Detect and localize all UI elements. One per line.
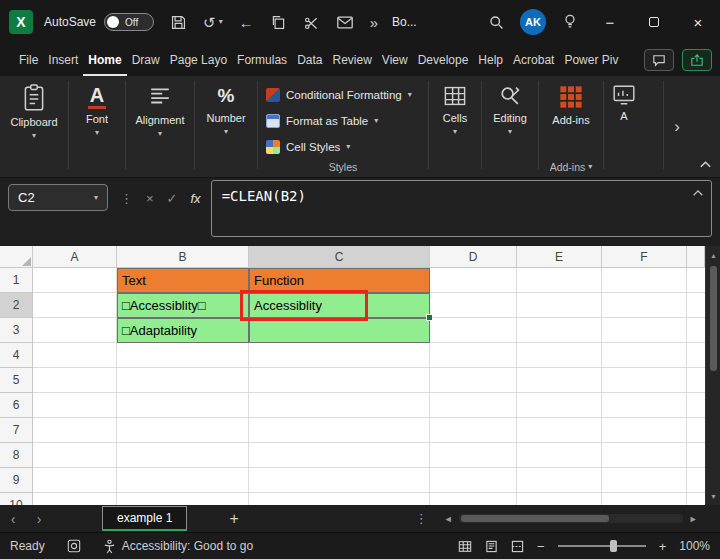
normal-view-button[interactable]: [458, 540, 472, 553]
tab-view[interactable]: View: [377, 44, 413, 76]
horizontal-scrollbar[interactable]: [459, 514, 683, 523]
row-header-8[interactable]: 8: [0, 443, 33, 468]
addins-button[interactable]: Add-ins: [539, 76, 603, 126]
tab-developer[interactable]: Develope: [413, 44, 474, 76]
excel-logo-icon[interactable]: X: [9, 10, 33, 34]
page-break-view-button[interactable]: [511, 540, 524, 553]
tab-row-right: [644, 49, 712, 71]
tab-formulas[interactable]: Formulas: [232, 44, 292, 76]
cells-group-button[interactable]: Cells ▾: [429, 76, 481, 177]
analyze-data-button[interactable]: A: [604, 76, 644, 177]
minimize-button[interactable]: −: [588, 0, 632, 44]
ribbon-expand-button[interactable]: ›: [664, 76, 690, 177]
tab-home[interactable]: Home: [83, 44, 126, 76]
column-header-partial[interactable]: [687, 246, 705, 268]
scroll-up-button[interactable]: ▲: [706, 248, 720, 262]
scroll-right-button[interactable]: ►: [689, 514, 698, 524]
tab-help[interactable]: Help: [473, 44, 508, 76]
close-button[interactable]: ×: [676, 0, 720, 44]
page-layout-view-button[interactable]: [485, 540, 498, 553]
zoom-out-button[interactable]: −: [537, 539, 545, 554]
scroll-down-button[interactable]: ▼: [706, 489, 720, 503]
horizontal-scroll-thumb[interactable]: [461, 515, 609, 522]
workbook-title: Bo...: [392, 15, 417, 29]
scroll-left-button[interactable]: ◄: [444, 514, 453, 524]
row-header-9[interactable]: 9: [0, 468, 33, 493]
copy-button[interactable]: [270, 14, 287, 31]
column-header-b[interactable]: B: [117, 246, 249, 268]
save-button[interactable]: [170, 14, 187, 31]
mail-button[interactable]: [336, 15, 354, 30]
font-group-button[interactable]: A Font ▾: [69, 76, 125, 177]
share-button[interactable]: [682, 49, 712, 71]
vertical-scrollbar[interactable]: ▲ ▼: [705, 246, 720, 505]
spreadsheet-grid[interactable]: A B C D E F 1 2 3 4 5 6 7 8 9 10 Text Fu…: [0, 246, 705, 505]
number-group-button[interactable]: % Number ▾: [195, 76, 257, 177]
tab-page-layout[interactable]: Page Layo: [165, 44, 232, 76]
row-header-5[interactable]: 5: [0, 368, 33, 393]
row-header-6[interactable]: 6: [0, 393, 33, 418]
new-sheet-button[interactable]: +: [229, 510, 238, 528]
back-button[interactable]: ←: [239, 15, 254, 30]
collapse-formula-bar-button[interactable]: [692, 189, 704, 197]
row-header-3[interactable]: 3: [0, 318, 33, 343]
row-header-1[interactable]: 1: [0, 268, 33, 293]
cell-b2[interactable]: □Accessiblity□: [117, 293, 249, 318]
search-button[interactable]: [478, 14, 514, 31]
accessibility-checker-button[interactable]: [103, 539, 116, 554]
name-box[interactable]: C2 ▾: [8, 184, 108, 211]
row-header-2[interactable]: 2: [0, 293, 33, 318]
enter-formula-button[interactable]: ✓: [167, 191, 178, 206]
row-header-7[interactable]: 7: [0, 418, 33, 443]
tab-power-pivot[interactable]: Power Piv: [559, 44, 623, 76]
sheet-tab-example1[interactable]: example 1: [102, 506, 187, 531]
zoom-level[interactable]: 100%: [679, 539, 710, 553]
accessibility-status[interactable]: Accessibility: Good to go: [122, 539, 253, 553]
row-header-10[interactable]: 10: [0, 493, 33, 505]
cell-b3[interactable]: □Adaptability: [117, 318, 249, 343]
zoom-slider[interactable]: [558, 545, 646, 547]
column-header-f[interactable]: F: [602, 246, 687, 268]
qat-overflow-button[interactable]: »: [370, 15, 378, 30]
undo-button[interactable]: ↺ ▾: [203, 15, 223, 30]
column-header-e[interactable]: E: [517, 246, 602, 268]
maximize-button[interactable]: [632, 0, 676, 44]
tab-insert[interactable]: Insert: [43, 44, 83, 76]
macro-record-button[interactable]: [67, 539, 81, 553]
zoom-slider-thumb[interactable]: [610, 540, 617, 552]
column-header-a[interactable]: A: [33, 246, 117, 268]
conditional-formatting-button[interactable]: Conditional Formatting ▾: [266, 82, 420, 107]
tab-review[interactable]: Review: [327, 44, 376, 76]
row-header-4[interactable]: 4: [0, 343, 33, 368]
sheet-options-icon[interactable]: ⋮: [415, 511, 428, 526]
insert-function-button[interactable]: fx: [191, 191, 201, 206]
vertical-scroll-thumb[interactable]: [710, 266, 717, 371]
column-header-d[interactable]: D: [430, 246, 517, 268]
column-header-c[interactable]: C: [249, 246, 430, 268]
cancel-formula-button[interactable]: ×: [146, 191, 154, 206]
tell-me-button[interactable]: [552, 13, 588, 31]
format-as-table-button[interactable]: Format as Table ▾: [266, 108, 420, 133]
normal-view-icon: [458, 540, 472, 553]
tab-acrobat[interactable]: Acrobat: [508, 44, 559, 76]
prev-sheet-button[interactable]: ‹: [0, 511, 26, 527]
cell-styles-button[interactable]: Cell Styles ▾: [266, 134, 420, 159]
fill-handle[interactable]: [426, 314, 433, 321]
comments-button[interactable]: [644, 49, 674, 71]
select-all-corner[interactable]: [0, 246, 33, 268]
zoom-in-button[interactable]: +: [659, 539, 667, 554]
autosave-toggle[interactable]: Off: [104, 13, 154, 31]
editing-group-button[interactable]: Editing ▾: [482, 76, 538, 177]
cell-c3[interactable]: [249, 318, 430, 343]
alignment-group-button[interactable]: Alignment ▾: [126, 76, 194, 177]
tab-data[interactable]: Data: [292, 44, 327, 76]
formula-input[interactable]: =CLEAN(B2): [211, 180, 712, 237]
next-sheet-button[interactable]: ›: [26, 511, 52, 527]
cut-button[interactable]: [303, 14, 320, 31]
account-avatar[interactable]: AK: [520, 9, 546, 35]
cell-b1[interactable]: Text: [117, 268, 249, 293]
clipboard-group-button[interactable]: Clipboard ▾: [0, 76, 68, 177]
tab-file[interactable]: File: [14, 44, 43, 76]
tab-draw[interactable]: Draw: [127, 44, 165, 76]
collapse-ribbon-button[interactable]: [699, 160, 712, 169]
